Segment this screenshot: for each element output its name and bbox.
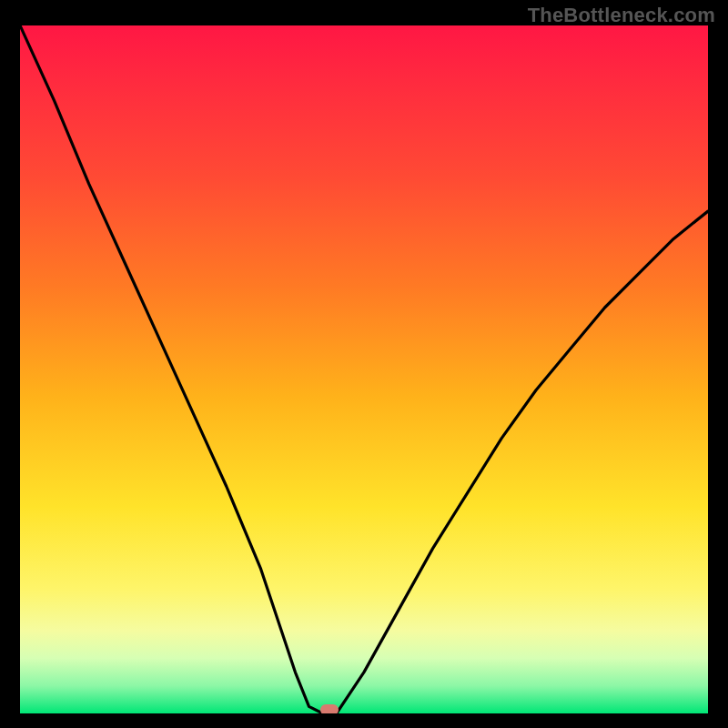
curve-svg bbox=[20, 25, 708, 713]
watermark-text: TheBottleneck.com bbox=[528, 4, 715, 27]
optimal-marker bbox=[320, 704, 339, 713]
bottleneck-curve bbox=[20, 25, 708, 713]
chart-frame: TheBottleneck.com bbox=[0, 0, 728, 728]
plot-area bbox=[20, 25, 708, 713]
